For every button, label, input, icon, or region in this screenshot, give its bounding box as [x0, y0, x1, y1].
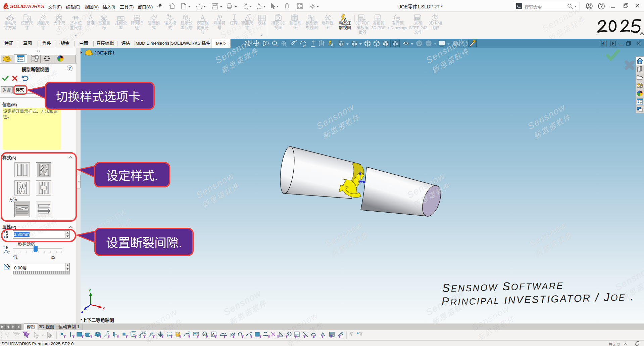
svg-text:PDF: PDF: [376, 17, 380, 20]
svg-text:z: z: [81, 309, 83, 313]
svg-text:e: e: [396, 16, 398, 20]
svg-text:JOE零件1: JOE零件1: [94, 50, 115, 55]
svg-text:x: x: [103, 306, 105, 310]
svg-text:SENSNOW SOFTWARE: SENSNOW SOFTWARE: [442, 278, 564, 294]
svg-text:STEP: STEP: [415, 18, 420, 20]
svg-text:3D: 3D: [276, 13, 279, 14]
svg-text:*上下二等角轴测: *上下二等角轴测: [81, 317, 114, 323]
svg-text:WORKS: WORKS: [25, 3, 44, 9]
svg-text:Y: Y: [89, 289, 91, 293]
svg-text:A: A: [331, 43, 333, 47]
svg-text:N: N: [203, 333, 206, 336]
svg-text:SOLID: SOLID: [10, 3, 26, 9]
svg-text:?: ?: [436, 14, 438, 17]
